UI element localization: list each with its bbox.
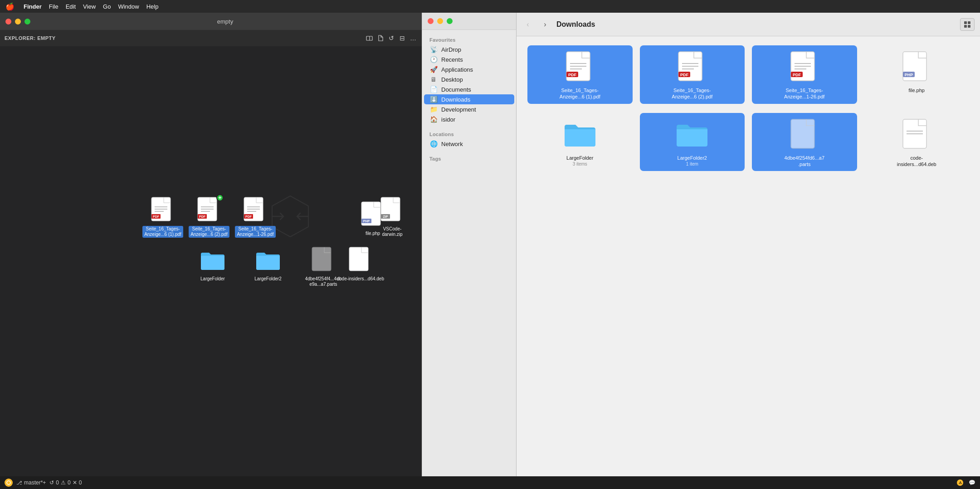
desktop-icon: 🖥 [429,76,438,83]
refresh-icon[interactable]: ↺ [387,34,395,42]
isidor-icon: 🏠 [429,116,438,123]
dl-largefolder-label: LargeFolder [566,155,593,161]
more-icon[interactable]: … [409,34,417,42]
menu-finder[interactable]: Finder [24,3,42,10]
error-count: 0 [79,479,82,486]
explorer-label: EXPLORER: EMPTY [5,35,56,41]
sidebar-item-documents[interactable]: 📄 Documents [424,84,514,94]
close-button[interactable] [5,19,11,24]
svg-rect-28 [968,21,970,24]
vscode-window-title: empty [34,18,416,25]
deb-label: code-insiders...d64.deb [336,276,385,282]
sidebar-item-downloads[interactable]: ⬇️ Downloads [424,94,514,104]
dl-deb-label: code-insiders...d64.deb [896,155,937,168]
notification-icon: ⚠ [957,479,963,486]
new-folder-icon[interactable] [366,34,374,42]
development-icon: 📁 [429,106,438,113]
menu-help[interactable]: Help [146,3,159,10]
deb-file-item[interactable]: code-insiders...d64.deb [336,246,385,282]
dl-php[interactable]: PHP file.php [864,45,970,104]
development-label: Development [441,106,476,113]
php-icon: PHP [360,200,385,230]
desktop-label: Desktop [441,76,463,83]
dl-pdf1[interactable]: PDF Seite_16_Tages-Anzeige...6 (1).pdf [527,45,633,104]
svg-rect-27 [964,21,967,24]
dl-partial[interactable]: 4dbe4f254fd6...a7.parts [752,113,857,171]
minimize-button[interactable] [15,19,21,24]
folder2-icon [255,246,281,275]
dl-pdf3[interactable]: PDF Seite_16_Tages-Anzeige...1-26.pdf [752,45,857,104]
dl-pdf3-icon: PDF [788,49,821,85]
svg-text:PDF: PDF [568,73,577,77]
isidor-label: isidor [441,116,455,123]
drag-pdf1[interactable]: PDF Seite_16_Tages-Anzeige...6 (1).pdf [142,196,183,238]
dl-deb[interactable]: code-insiders...d64.deb [864,113,970,171]
sidebar-item-recents[interactable]: 🕐 Recents [424,54,514,64]
sync-icon: ↺ [49,479,54,486]
svg-rect-19 [312,247,331,271]
menu-file[interactable]: File [49,3,59,10]
view-toggle-button[interactable] [960,18,975,31]
menu-edit[interactable]: Edit [66,3,76,10]
sidebar-item-applications[interactable]: 🚀 Applications [424,64,514,74]
svg-rect-26 [349,247,368,271]
php-label: file.php [364,230,381,237]
add-badge: + [216,194,224,201]
folder1-icon [200,246,225,275]
menu-window[interactable]: Window [118,3,139,10]
partial-icon [311,246,336,275]
finder-minimize-btn[interactable] [437,18,443,24]
drag-pdf2[interactable]: PDF + Seite_16_Tages-Anzeige...6 (2).pdf [189,196,229,238]
dl-partial-icon [788,117,821,153]
deb-icon [348,246,373,275]
menu-view[interactable]: View [83,3,96,10]
dl-largefolder2-sublabel: 1 item [686,161,698,166]
applications-label: Applications [441,66,473,73]
applications-icon: 🚀 [429,66,438,73]
dl-pdf1-icon: PDF [564,49,596,85]
dl-partial-label: 4dbe4f254fd6...a7.parts [784,155,825,168]
dl-pdf2[interactable]: PDF Seite_16_Tages-Anzeige...6 (2).pdf [640,45,745,104]
sidebar-item-isidor[interactable]: 🏠 isidor [424,114,514,124]
svg-rect-52 [791,119,814,148]
downloads-icon: ⬇️ [429,96,438,103]
git-icon [5,479,13,487]
php-file-item[interactable]: PHP file.php [360,200,385,237]
dl-largefolder2-label: LargeFolder2 [678,155,707,161]
finder-close-btn[interactable] [428,18,434,24]
favourites-label: Favourites [422,34,516,44]
apple-menu-icon[interactable]: 🍎 [5,2,15,11]
sidebar-item-desktop[interactable]: 🖥 Desktop [424,74,514,84]
error-icon: ✕ [73,479,77,486]
dl-php-label: file.php [909,87,925,93]
downloads-content: PDF Seite_16_Tages-Anzeige...6 (1).pdf P [517,36,980,476]
network-label: Network [441,141,463,147]
menu-go[interactable]: Go [103,3,111,10]
finder-sidebar: Favourites 📡 AirDrop 🕐 Recents 🚀 Applica… [422,30,516,476]
finder-maximize-btn[interactable] [447,18,453,24]
dl-largefolder2[interactable]: LargeFolder2 1 item [640,113,745,171]
warning-icon: ⚠ [61,479,66,486]
svg-text:PHP: PHP [905,73,913,77]
main-area: empty EXPLORER: EMPTY ↺ [0,13,980,476]
sidebar-item-network[interactable]: 🌐 Network [424,139,514,149]
locations-label: Locations [422,128,516,139]
warning-count: 0 [68,479,71,486]
drag-folder1[interactable]: LargeFolder [192,246,233,288]
forward-button[interactable]: › [539,19,551,30]
sync-count: 0 [56,479,59,486]
downloads-titlebar: ‹ › Downloads [517,13,980,36]
collapse-icon[interactable]: ⊟ [398,34,406,42]
folder1-label: LargeFolder [199,276,226,282]
downloads-window: ‹ › Downloads [516,13,980,476]
statusbar: ⎇ master*+ ↺ 0 ⚠ 0 ✕ 0 ⚠ 💬 [0,476,980,489]
new-file-icon[interactable] [376,34,385,42]
vscode-toolbar: EXPLORER: EMPTY ↺ ⊟ … [0,30,422,46]
sidebar-item-airdrop[interactable]: 📡 AirDrop [424,44,514,54]
back-button[interactable]: ‹ [522,19,534,30]
dl-largefolder[interactable]: LargeFolder 3 items [527,113,633,171]
drag-folder2[interactable]: LargeFolder2 [248,246,288,288]
downloads-window-title: Downloads [556,20,955,29]
maximize-button[interactable] [24,19,30,24]
sidebar-item-development[interactable]: 📁 Development [424,104,514,114]
